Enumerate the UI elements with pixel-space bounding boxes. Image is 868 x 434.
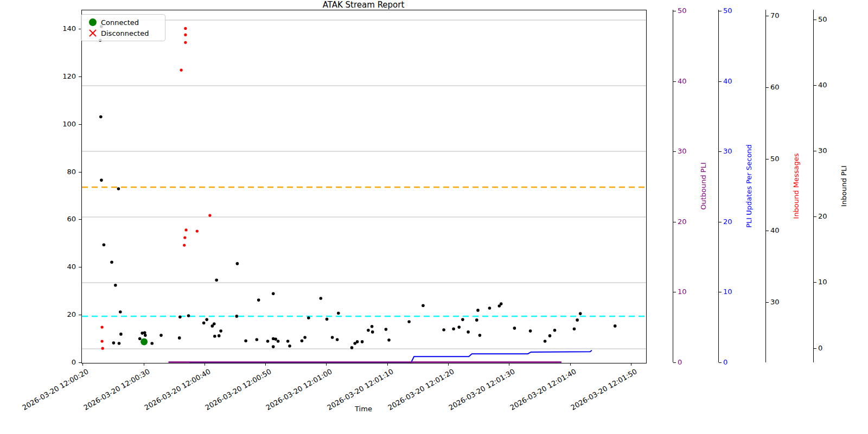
outbound-pli-tick-label: 20 [678, 218, 687, 226]
inbound-messages-tick-label: 60 [770, 83, 780, 92]
inbound-pli-tick [814, 20, 816, 20]
stream-latency-point [117, 187, 120, 190]
stream-latency-point [548, 334, 552, 337]
inbound-messages-tick [766, 231, 769, 231]
plot-canvas [82, 10, 646, 363]
outbound-pli-tick-label: 40 [678, 77, 687, 86]
inbound-pli-axis-spine [813, 10, 814, 362]
stream-latency-point [475, 318, 478, 322]
y-axis-tick-label: 0 [51, 358, 76, 367]
stream-latency-point [337, 311, 340, 315]
stream-latency-point [452, 327, 455, 330]
x-axis-tick-label: 2026-03-20 12:00:20 [21, 367, 90, 412]
stream-latency-point [110, 260, 113, 264]
pli-updates-tick-label: 40 [723, 77, 732, 86]
outbound-pli-tick [673, 11, 676, 11]
disconnected-x-icon [85, 29, 101, 37]
disconnected-point [184, 41, 187, 44]
y-axis-tick [79, 362, 81, 363]
disconnected-point [185, 228, 188, 231]
stream-latency-point [422, 304, 425, 307]
pli-updates-per-second-line [190, 350, 592, 363]
stream-latency-point [553, 329, 557, 332]
inbound-pli-tick-label: 10 [818, 278, 827, 286]
y-axis-tick [79, 315, 81, 315]
y-axis-tick [79, 76, 81, 77]
inbound-pli-tick-label: 40 [818, 81, 827, 90]
stream-latency-point [407, 320, 411, 323]
stream-latency-point [138, 337, 142, 340]
y-axis-tick-label: 100 [51, 120, 76, 129]
stream-latency-point [100, 178, 103, 182]
stream-latency-point [442, 328, 445, 331]
stream-latency-point [500, 302, 503, 305]
y-axis-tick [79, 124, 81, 125]
stream-latency-point [219, 329, 222, 333]
stream-latency-point [367, 329, 370, 332]
pli-updates-axis-title: PLI Updates Per Second [745, 144, 753, 228]
stream-latency-point [371, 325, 374, 328]
stream-latency-point [361, 340, 364, 343]
y-axis-tick-label: 40 [51, 263, 76, 271]
stream-latency-point [257, 298, 260, 302]
y-axis-tick-label: 20 [51, 310, 76, 319]
y-axis-tick [79, 172, 81, 173]
stream-latency-point [529, 329, 532, 333]
pli-updates-tick [719, 81, 722, 82]
inbound-pli-axis-title: Inbound PLI [840, 165, 848, 207]
stream-latency-point [336, 338, 339, 341]
x-axis-tick [144, 363, 144, 366]
stream-latency-point [99, 116, 103, 119]
stream-latency-point [457, 326, 461, 329]
stream-latency-point [356, 340, 359, 343]
stream-latency-point [205, 318, 208, 321]
pli-updates-tick [719, 292, 722, 292]
stream-latency-point [274, 337, 277, 341]
stream-latency-point [387, 339, 391, 342]
stream-latency-point [256, 338, 259, 341]
stream-latency-point [272, 345, 275, 348]
legend-item-disconnected: Disconnected [85, 28, 162, 39]
inbound-messages-tick-label: 70 [770, 11, 780, 20]
x-axis-tick [387, 363, 388, 366]
y-axis-tick-label: 120 [51, 72, 76, 81]
x-axis-tick [326, 363, 327, 366]
y-axis-tick-label: 60 [51, 215, 76, 224]
y-axis-tick [79, 219, 81, 220]
pli-updates-tick-label: 50 [723, 7, 732, 15]
stream-latency-point [277, 340, 280, 343]
y-axis-tick-label: 140 [51, 24, 76, 33]
stream-latency-point [544, 340, 547, 343]
stream-latency-point [119, 333, 123, 336]
stream-latency-point [286, 340, 290, 343]
stream-latency-point [266, 340, 270, 343]
outbound-pli-axis-spine [673, 10, 673, 362]
outbound-pli-tick [673, 151, 676, 152]
outbound-pli-tick [673, 362, 676, 363]
inbound-pli-tick [814, 151, 816, 151]
x-axis-tick [205, 363, 205, 366]
disconnected-point [184, 34, 187, 36]
pli-updates-axis-spine [718, 10, 719, 362]
stream-latency-point [326, 317, 329, 321]
pli-updates-tick-label: 30 [723, 147, 732, 156]
inbound-pli-tick [814, 85, 816, 86]
legend-label-connected: Connected [101, 18, 139, 27]
x-axis-tick [509, 363, 509, 366]
stream-latency-point [244, 339, 247, 342]
outbound-pli-axis-title: Outbound PLI [699, 162, 707, 210]
stream-latency-point [178, 315, 182, 318]
stream-latency-point [236, 262, 239, 265]
pli-updates-tick-label: 0 [723, 358, 727, 367]
stream-latency-point [144, 334, 147, 337]
stream-latency-point [159, 334, 163, 337]
inbound-messages-tick [766, 16, 769, 16]
inbound-messages-tick-label: 50 [770, 155, 780, 163]
inbound-messages-tick-label: 30 [770, 298, 780, 307]
x-axis-tick [448, 363, 449, 366]
stream-latency-point [461, 318, 464, 321]
stream-latency-point [579, 312, 582, 315]
connected-circle-icon [85, 18, 101, 26]
pli-updates-tick [719, 362, 722, 363]
disconnected-point [180, 69, 183, 72]
